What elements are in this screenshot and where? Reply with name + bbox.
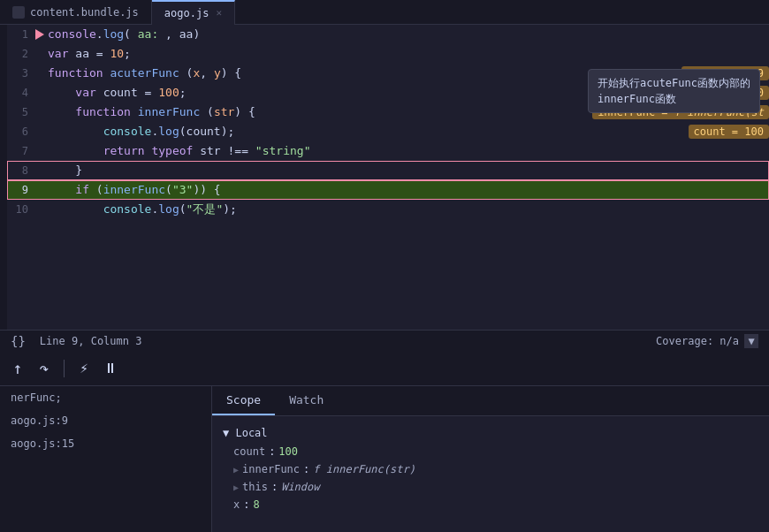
code-line-4: 4 var count = 100; count = 100	[7, 83, 769, 103]
code-content-9: if (innerFunc("3")) {	[48, 180, 769, 200]
code-line-10: 10 console.log("不是");	[7, 200, 769, 219]
toolbar-divider-1	[64, 360, 65, 377]
code-line-5: 5 function innerFunc (str) { innerFunc =…	[7, 103, 769, 122]
coverage-status: Coverage: n/a ▼	[656, 334, 758, 348]
braces-icon: {}	[11, 334, 26, 348]
scope-sep-count: :	[269, 445, 275, 458]
code-content-3: function acuterFunc (x, y) {	[48, 64, 674, 83]
bottom-panel: nerFunc; aogo.js:9 aogo.js:15 Scope Watc…	[0, 386, 769, 532]
scope-sep-innerfunc: :	[303, 463, 309, 475]
line-num-8: 8	[7, 164, 35, 177]
position-indicator: Line 9, Column 3	[40, 335, 142, 347]
call-stack-item-1[interactable]: nerFunc;	[0, 386, 211, 409]
scope-key-count: count	[233, 445, 265, 458]
scope-key-this: this	[242, 481, 268, 493]
tab-close-icon[interactable]: ✕	[216, 7, 222, 19]
scope-val-innerfunc: f innerFunc(str)	[313, 463, 415, 475]
variables-panel: Scope Watch ▼ Local count : 100 ▶ innerF…	[212, 386, 769, 532]
tab-label-content: content.bundle.js	[30, 6, 139, 19]
tab-content-bundle[interactable]: content.bundle.js	[0, 0, 152, 25]
line-num-3: 3	[7, 67, 35, 80]
scope-sep-x: :	[243, 498, 249, 511]
code-editor: 1 console.log( aa: , aa) 2 var aa = 10; …	[7, 25, 769, 330]
code-line-3: 3 function acuterFunc (x, y) { x = 8, y …	[7, 64, 769, 83]
step-over-button[interactable]: ↷	[34, 358, 55, 379]
left-gutter	[0, 25, 7, 330]
code-line-6: 6 console.log(count); count = 100	[7, 122, 769, 141]
panel-tabs: Scope Watch	[212, 386, 769, 416]
editor-main: 1 console.log( aa: , aa) 2 var aa = 10; …	[0, 25, 769, 330]
scope-val-this: Window	[281, 481, 319, 493]
code-line-9: 9 if (innerFunc("3")) {	[7, 180, 769, 200]
code-content-5: function innerFunc (str) {	[48, 103, 585, 122]
call-stack-panel: nerFunc; aogo.js:9 aogo.js:15	[0, 386, 212, 532]
code-content-2: var aa = 10;	[48, 44, 769, 64]
code-line-1: 1 console.log( aa: , aa)	[7, 25, 769, 44]
scope-item-this: ▶ this : Window	[212, 478, 769, 496]
code-line-8: 8 }	[7, 161, 769, 180]
debug-tooltip-3: x = 8, y = 9	[681, 66, 769, 80]
code-content-10: console.log("不是");	[48, 200, 769, 219]
code-content-6: console.log(count);	[48, 122, 681, 141]
scope-key-innerfunc: innerFunc	[242, 463, 300, 475]
line-num-4: 4	[7, 87, 35, 99]
tab-scope[interactable]: Scope	[212, 386, 275, 415]
tabs-bar: content.bundle.js aogo.js ✕	[0, 0, 769, 25]
scope-val-x: 8	[253, 498, 259, 511]
coverage-dropdown[interactable]: ▼	[744, 334, 758, 348]
tab-label-aogo: aogo.js	[164, 7, 209, 19]
file-icon	[12, 6, 25, 19]
code-line-2: 2 var aa = 10;	[7, 44, 769, 64]
coverage-label: Coverage: n/a	[656, 335, 739, 347]
scope-sep-this: :	[271, 481, 278, 493]
call-stack-item-3[interactable]: aogo.js:15	[0, 432, 211, 455]
this-expand-icon[interactable]: ▶	[233, 483, 239, 492]
debug-tooltip-4: count = 100	[689, 86, 769, 100]
scope-item-innerfunc: ▶ innerFunc : f innerFunc(str)	[212, 460, 769, 478]
call-stack-label-1: nerFunc;	[11, 391, 62, 404]
scope-key-x: x	[233, 498, 240, 511]
code-content-8: }	[48, 161, 769, 180]
scripts-button[interactable]: ⚡	[73, 358, 95, 379]
scope-val-count: 100	[278, 445, 298, 458]
line-num-6: 6	[7, 125, 35, 138]
line-num-10: 10	[7, 203, 35, 216]
call-stack-label-2: aogo.js:9	[11, 414, 68, 427]
code-content-1: console.log( aa: , aa)	[48, 25, 769, 44]
tab-watch[interactable]: Watch	[275, 386, 338, 415]
scope-local-header[interactable]: ▼ Local	[212, 423, 769, 443]
status-bar: {} Line 9, Column 3 Coverage: n/a ▼	[0, 330, 769, 351]
call-stack-item-2[interactable]: aogo.js:9	[0, 409, 211, 432]
step-up-button[interactable]: ↑	[7, 358, 28, 379]
call-stack-label-3: aogo.js:15	[11, 437, 74, 450]
code-content-4: var count = 100;	[48, 83, 681, 103]
line-num-2: 2	[7, 48, 35, 60]
line-num-9: 9	[7, 184, 35, 196]
scope-section: ▼ Local count : 100 ▶ innerFunc : f inne…	[212, 416, 769, 521]
pause-button[interactable]: ⏸	[100, 358, 121, 379]
line-num-7: 7	[7, 145, 35, 157]
scope-item-count: count : 100	[212, 443, 769, 460]
tab-aogo[interactable]: aogo.js ✕	[152, 0, 235, 25]
debug-tooltip-6: count = 100	[689, 125, 769, 139]
line-num-1: 1	[7, 28, 35, 41]
code-line-7: 7 return typeof str !== "string"	[7, 141, 769, 161]
debug-toolbar: ↑ ↷ ⚡ ⏸	[0, 351, 769, 386]
line-num-5: 5	[7, 106, 35, 118]
debug-tooltip-5: innerFunc = f innerFunc(st	[592, 105, 769, 119]
code-content-7: return typeof str !== "string"	[48, 141, 769, 161]
scope-item-x: x : 8	[212, 496, 769, 513]
breakpoint-arrow-1	[35, 29, 44, 40]
innerfunc-expand-icon[interactable]: ▶	[233, 465, 239, 475]
